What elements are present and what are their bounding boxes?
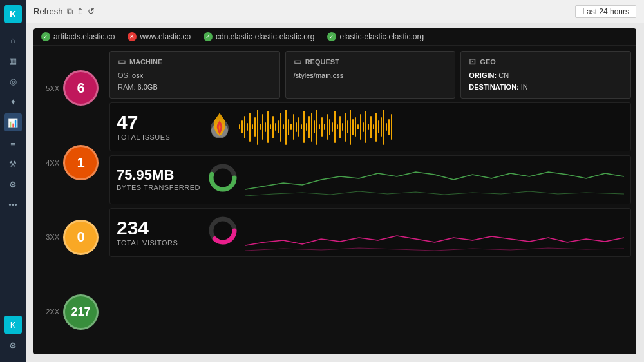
visitors-line-svg (245, 213, 624, 252)
donut-green-icon (208, 163, 238, 197)
circle-3xx[interactable]: 0 (63, 220, 99, 255)
bar-line (298, 117, 299, 137)
sidebar-item-wrench[interactable]: ⚒ (4, 155, 22, 173)
sidebar-item-filter[interactable]: ≡ (4, 134, 22, 152)
circle-2xx[interactable]: 217 (63, 294, 99, 330)
sidebar: K ⌂ ▦ ◎ ✦ 📊 ≡ ⚒ ⚙ ••• K ⚙ (0, 0, 26, 362)
request-card-title: ▭ REQUEST (294, 57, 448, 66)
geo-icon: ⊡ (469, 57, 476, 66)
circle-label-4xx: 4XX (41, 159, 59, 167)
bar-line (357, 124, 359, 129)
bar-line (342, 123, 343, 131)
donut-pink-icon (208, 216, 238, 250)
bar-line (337, 124, 338, 129)
bar-line (319, 124, 320, 129)
bar-line (247, 123, 248, 131)
circle-row-4xx: 4XX 1 (41, 145, 99, 180)
machine-ram-label: RAM: (118, 83, 138, 91)
circles-column: 5XX 6 4XX 1 3XX 0 (33, 46, 104, 354)
sidebar-item-dots[interactable]: ••• (4, 196, 22, 214)
flame-svg (208, 111, 231, 138)
sidebar-item-settings[interactable]: ⚙ (4, 336, 22, 354)
bar-line (388, 119, 390, 135)
bar-line (316, 110, 317, 145)
bytes-chart (245, 160, 624, 199)
bar-line (239, 124, 240, 129)
bar-line (363, 122, 364, 132)
metric-row-issues: 47 TOTAL ISSUES (109, 102, 631, 151)
right-column: ▭ MACHINE OS: osx RAM: 6.0GB ▭ REQ (104, 46, 636, 354)
bar-line (365, 111, 366, 143)
bar-line (254, 117, 256, 137)
refresh-icon[interactable]: ↺ (88, 6, 95, 16)
sidebar-item-home[interactable]: ⌂ (4, 31, 22, 49)
machine-icon: ▭ (118, 57, 126, 66)
status-item-2[interactable]: ✓ cdn.elastic-elastic-elastic.org (204, 32, 314, 41)
bar-line (391, 114, 392, 140)
machine-os-label: OS: (118, 71, 132, 79)
bar-line (285, 110, 287, 145)
sidebar-item-shield[interactable]: ✦ (4, 93, 22, 111)
sidebar-item-target[interactable]: ◎ (4, 72, 22, 90)
sidebar-item-chart[interactable]: 📊 (4, 113, 22, 131)
status-green-icon-3: ✓ (327, 32, 336, 41)
circle-5xx[interactable]: 6 (63, 70, 99, 106)
sidebar-logo[interactable]: K (4, 5, 22, 23)
bar-line (272, 116, 274, 138)
bytes-label: BYTES TRANSFERRED (117, 184, 200, 191)
sidebar-item-grid[interactable]: ▦ (4, 52, 22, 70)
status-url-3: elastic-elastic-elastic.org (339, 32, 424, 41)
geo-dest-value: IN (521, 83, 528, 91)
status-item-1[interactable]: ✕ www.elastic.co (128, 32, 191, 41)
bar-line (267, 111, 269, 143)
bar-line (278, 120, 279, 133)
share-icon[interactable]: ↥ (77, 6, 84, 16)
sidebar-item-box[interactable]: K (4, 316, 22, 334)
screenshot-icon[interactable]: ⧉ (67, 6, 73, 17)
bytes-value: 75.95MB (117, 168, 200, 182)
dashboard: ✓ artifacts.elastic.co ✕ www.elastic.co … (26, 23, 644, 362)
machine-card: ▭ MACHINE OS: osx RAM: 6.0GB (109, 51, 280, 99)
bar-line (280, 113, 281, 142)
issues-chart (239, 108, 624, 146)
machine-ram-value: 6.0GB (138, 83, 158, 91)
request-path: /styles/main.css (294, 71, 344, 79)
bar-line (244, 116, 245, 138)
geo-origin-label: ORIGIN: (469, 71, 497, 79)
topbar: Refresh ⧉ ↥ ↺ Last 24 hours (26, 0, 644, 23)
bar-line (370, 116, 372, 138)
sidebar-item-gear[interactable]: ⚙ (4, 175, 22, 193)
status-item-0[interactable]: ✓ artifacts.elastic.co (41, 32, 115, 41)
status-green-icon-2: ✓ (204, 32, 213, 41)
bar-line (386, 123, 387, 131)
bar-line (334, 111, 336, 143)
refresh-button[interactable]: Refresh (33, 6, 63, 16)
bar-line (383, 110, 384, 145)
bar-line (332, 122, 333, 132)
donut-green-svg (208, 163, 238, 193)
machine-os-value: osx (132, 71, 143, 79)
time-filter[interactable]: Last 24 hours (575, 5, 636, 18)
geo-dest-label: DESTINATION: (469, 83, 518, 91)
geo-origin-value: CN (498, 71, 509, 79)
bytes-text: 75.95MB BYTES TRANSFERRED (117, 168, 200, 191)
refresh-area: Refresh ⧉ ↥ ↺ (33, 6, 95, 17)
geo-card: ⊡ GEO ORIGIN: CN DESTINATION: IN (460, 51, 631, 99)
bar-line (321, 117, 323, 137)
bar-line (242, 120, 243, 133)
status-url-2: cdn.elastic-elastic-elastic.org (216, 32, 314, 41)
bar-line (368, 124, 369, 130)
bar-line (355, 117, 356, 137)
status-url-1: www.elastic.co (140, 32, 191, 41)
circle-row-5xx: 5XX 6 (41, 70, 99, 106)
bar-line (314, 120, 315, 133)
status-item-3[interactable]: ✓ elastic-elastic-elastic.org (327, 32, 424, 41)
metric-row-visitors: 234 TOTAL VISITORS (109, 208, 631, 257)
visitors-chart (245, 213, 624, 252)
bar-line (347, 120, 348, 133)
bar-line (288, 119, 289, 135)
visitors-value: 234 (117, 218, 200, 238)
metric-rows: 47 TOTAL ISSUES (104, 102, 636, 354)
circle-4xx[interactable]: 1 (63, 145, 99, 180)
bar-line (352, 119, 354, 135)
